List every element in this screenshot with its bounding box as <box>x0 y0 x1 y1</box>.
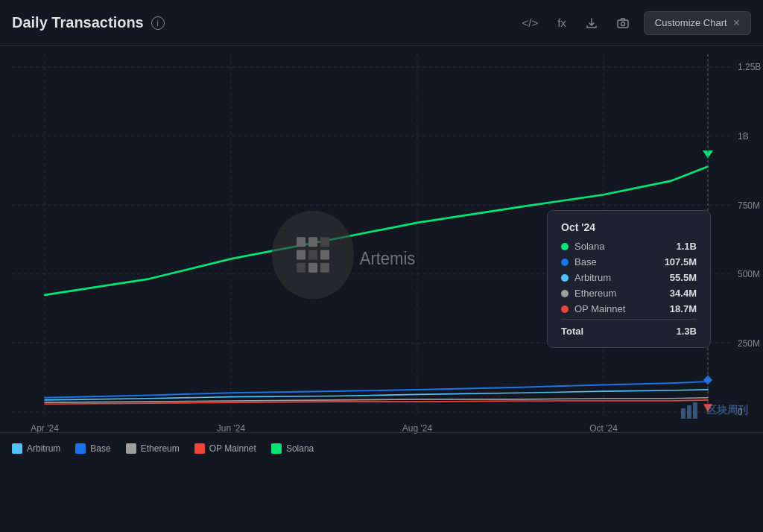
legend-dot-ethereum <box>126 443 136 454</box>
total-value: 1.3B <box>677 326 697 337</box>
legend-label-solana: Solana <box>286 443 314 454</box>
svg-text:1B: 1B <box>738 131 749 142</box>
chart-legend: Arbitrum Base Ethereum OP Mainnet Solana <box>0 432 763 463</box>
header-right: </> fx Customize Chart × <box>517 11 751 35</box>
op-value: 18.7M <box>670 303 697 314</box>
tooltip-date: Oct '24 <box>561 221 697 233</box>
camera-icon <box>617 17 629 29</box>
solana-color-dot <box>561 243 569 250</box>
tooltip-row-op: OP Mainnet 18.7M <box>561 303 697 314</box>
tooltip-row-base: Base 107.5M <box>561 256 697 267</box>
svg-rect-35 <box>297 263 305 273</box>
tooltip-row-arbitrum: Arbitrum 55.5M <box>561 272 697 283</box>
header: Daily Transactions i </> fx Customize Ch… <box>0 0 763 46</box>
svg-rect-30 <box>308 237 317 247</box>
ethereum-color-dot <box>561 290 569 297</box>
info-icon[interactable]: i <box>151 16 165 30</box>
legend-item-ethereum: Ethereum <box>126 443 180 454</box>
svg-text:750M: 750M <box>738 200 760 211</box>
svg-rect-41 <box>693 402 697 419</box>
chart-area: 1.25B 1B 750M 500M 250M 0 Apr '24 Jun '2… <box>0 46 763 463</box>
formula-icon-button[interactable]: fx <box>553 13 571 32</box>
op-color-dot <box>561 305 569 313</box>
legend-label-arbitrum: Arbitrum <box>27 443 60 454</box>
solana-label: Solana <box>574 241 604 252</box>
legend-label-ethereum: Ethereum <box>141 443 180 454</box>
legend-item-base: Base <box>75 443 110 454</box>
legend-dot-solana <box>271 443 282 454</box>
svg-rect-37 <box>320 263 329 273</box>
page-title: Daily Transactions <box>12 14 144 31</box>
header-left: Daily Transactions i <box>12 14 165 31</box>
ethereum-value: 34.4M <box>670 288 697 299</box>
legend-item-arbitrum: Arbitrum <box>12 443 60 454</box>
base-value: 107.5M <box>665 256 697 267</box>
customize-chart-button[interactable]: Customize Chart × <box>644 11 751 35</box>
legend-item-solana: Solana <box>271 443 314 454</box>
download-icon <box>586 17 598 29</box>
brand-icon <box>681 402 702 419</box>
legend-label-base: Base <box>90 443 110 454</box>
svg-rect-0 <box>618 20 628 28</box>
base-color-dot <box>561 259 569 266</box>
legend-dot-op <box>194 443 205 454</box>
chart-tooltip: Oct '24 Solana 1.1B Base 107.5M Arbitrum… <box>547 210 711 348</box>
svg-rect-29 <box>297 237 305 247</box>
legend-label-op: OP Mainnet <box>209 443 256 454</box>
arbitrum-label: Arbitrum <box>574 272 611 283</box>
svg-rect-34 <box>320 250 329 260</box>
base-label: Base <box>574 256 597 267</box>
tooltip-total-row: Total 1.3B <box>561 319 697 337</box>
brand-watermark: 区块周刊 <box>681 402 748 419</box>
svg-rect-39 <box>681 408 686 419</box>
camera-icon-button[interactable] <box>612 14 633 32</box>
arbitrum-value: 55.5M <box>670 272 697 283</box>
svg-rect-36 <box>308 263 317 273</box>
legend-dot-base <box>75 443 86 454</box>
solana-value: 1.1B <box>677 241 697 252</box>
download-icon-button[interactable] <box>581 14 602 32</box>
svg-text:250M: 250M <box>738 338 760 349</box>
tooltip-row-ethereum: Ethereum 34.4M <box>561 288 697 299</box>
code-icon-button[interactable]: </> <box>517 13 542 32</box>
legend-dot-arbitrum <box>12 443 22 454</box>
svg-text:Artemis: Artemis <box>360 248 416 268</box>
svg-rect-32 <box>297 250 305 260</box>
svg-point-1 <box>621 22 624 25</box>
arbitrum-color-dot <box>561 274 569 282</box>
svg-rect-40 <box>687 405 691 419</box>
ethereum-label: Ethereum <box>574 288 616 299</box>
total-label: Total <box>561 326 583 337</box>
tooltip-row-solana: Solana 1.1B <box>561 241 697 252</box>
svg-text:1.25B: 1.25B <box>738 62 761 73</box>
svg-rect-31 <box>320 237 329 247</box>
legend-item-op: OP Mainnet <box>194 443 256 454</box>
svg-text:500M: 500M <box>738 269 760 280</box>
svg-rect-33 <box>308 250 317 260</box>
op-label: OP Mainnet <box>574 303 625 314</box>
brand-text: 区块周刊 <box>706 404 748 417</box>
